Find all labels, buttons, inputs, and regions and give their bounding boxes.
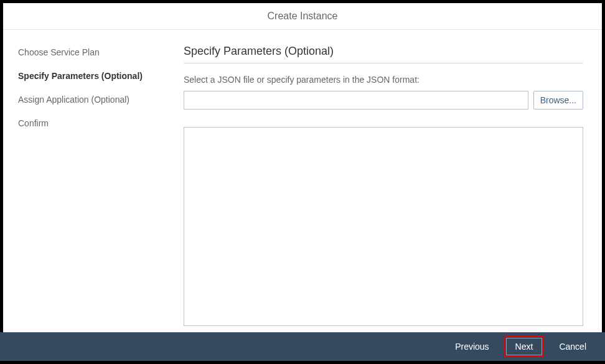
main-panel: Specify Parameters (Optional) Select a J…	[184, 30, 602, 361]
create-instance-dialog: Create Instance Choose Service Plan Spec…	[3, 3, 602, 361]
instruction-text: Select a JSON file or specify parameters…	[184, 75, 583, 85]
step-specify-parameters[interactable]: Specify Parameters (Optional)	[18, 71, 184, 81]
panel-title: Specify Parameters (Optional)	[184, 45, 583, 63]
step-assign-application[interactable]: Assign Application (Optional)	[18, 95, 184, 105]
next-button[interactable]: Next	[506, 338, 543, 355]
step-confirm[interactable]: Confirm	[18, 118, 184, 128]
dialog-title: Create Instance	[3, 3, 602, 30]
next-highlight: Next	[504, 336, 545, 357]
file-row: Browse...	[184, 91, 583, 110]
dialog-body: Choose Service Plan Specify Parameters (…	[3, 30, 602, 361]
previous-button[interactable]: Previous	[448, 337, 496, 356]
json-parameters-textarea[interactable]	[184, 127, 583, 326]
step-choose-service-plan[interactable]: Choose Service Plan	[18, 47, 184, 57]
dialog-footer: Previous Next Cancel	[0, 332, 605, 361]
file-path-input[interactable]	[184, 91, 528, 110]
browse-button[interactable]: Browse...	[533, 91, 583, 110]
cancel-button[interactable]: Cancel	[551, 337, 594, 356]
wizard-steps: Choose Service Plan Specify Parameters (…	[3, 30, 184, 361]
